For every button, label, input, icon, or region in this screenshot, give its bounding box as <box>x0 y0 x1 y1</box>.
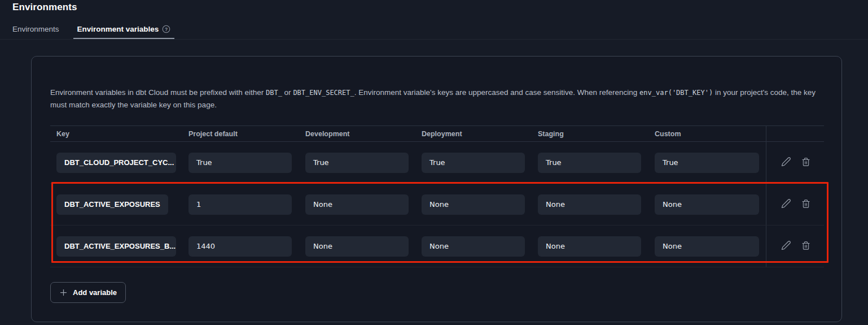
tab-bar: Environments Environment variables ? <box>12 24 868 39</box>
variable-value-cell: True <box>538 153 655 173</box>
edit-variable-button[interactable] <box>780 197 792 211</box>
edit-variable-button[interactable] <box>780 155 792 170</box>
variable-value-box: None <box>538 194 641 215</box>
pencil-icon <box>781 198 791 210</box>
trash-icon <box>801 199 810 210</box>
variable-value-box: True <box>538 153 641 173</box>
column-header-project-default: Project default <box>188 130 305 138</box>
variable-value-cell: None <box>305 236 422 257</box>
plus-icon <box>59 288 68 297</box>
variable-value-box: None <box>305 236 409 257</box>
delete-variable-button[interactable] <box>800 156 812 170</box>
description-text: Environment variables in dbt Cloud must … <box>50 88 266 97</box>
variable-value-box: True <box>305 153 409 173</box>
pencil-icon <box>781 157 791 168</box>
delete-variable-button[interactable] <box>800 198 812 211</box>
description-code-text: env_var('DBT_KEY') <box>639 89 713 97</box>
variable-row: DBT_CLOUD_PROJECT_CYC... TrueTrueTrueTru… <box>50 142 824 184</box>
variable-value-box: 1 <box>188 194 292 215</box>
variable-value-box: True <box>422 153 525 173</box>
variable-value-cell: True <box>655 153 766 173</box>
column-header-deployment: Deployment <box>422 130 538 138</box>
variable-value-box: None <box>305 194 409 215</box>
variable-value-box: None <box>538 236 641 257</box>
column-header-custom: Custom <box>655 130 766 138</box>
variable-key-cell: DBT_ACTIVE_EXPOSURES_B... <box>56 236 188 257</box>
variable-value-cell: None <box>655 236 766 257</box>
variable-value-cell: 1 <box>188 194 305 215</box>
variable-value-box: None <box>655 194 759 215</box>
edit-variable-button[interactable] <box>780 239 792 253</box>
variable-key-box: DBT_CLOUD_PROJECT_CYC... <box>56 153 176 173</box>
variable-row: DBT_ACTIVE_EXPOSURES 1NoneNoneNoneNone <box>50 184 824 226</box>
variable-value-box: None <box>655 236 759 257</box>
variable-value-box: None <box>422 236 525 257</box>
variable-value-box: 1440 <box>188 236 292 257</box>
column-header-staging: Staging <box>538 130 655 138</box>
pencil-icon <box>781 240 791 252</box>
question-mark-circle-icon[interactable]: ? <box>162 25 170 33</box>
description-text: . Environment variable's keys are upperc… <box>354 88 639 97</box>
variable-key-box: DBT_ACTIVE_EXPOSURES_B... <box>56 236 176 257</box>
trash-icon <box>801 241 810 252</box>
variable-value-box: None <box>422 194 525 215</box>
delete-variable-button[interactable] <box>800 240 812 253</box>
variable-value-box: True <box>655 153 759 173</box>
page-title: Environments <box>12 2 868 13</box>
description-text: or <box>282 88 293 97</box>
variable-value-cell: None <box>538 236 655 257</box>
variable-value-box: True <box>188 153 292 173</box>
tab-environment-variables-label: Environment variables <box>77 25 159 33</box>
variable-value-cell: True <box>305 153 422 173</box>
column-header-development: Development <box>305 130 422 138</box>
variable-key-box: DBT_ACTIVE_EXPOSURES <box>56 194 168 215</box>
variable-value-cell: None <box>538 194 655 215</box>
variable-value-cell: 1440 <box>188 236 305 257</box>
trash-icon <box>801 157 810 168</box>
variable-key-cell: DBT_CLOUD_PROJECT_CYC... <box>56 153 188 173</box>
description: Environment variables in dbt Cloud must … <box>50 86 823 111</box>
column-header-actions <box>766 126 825 141</box>
variable-value-cell: None <box>422 236 538 257</box>
variable-value-cell: True <box>188 153 305 173</box>
row-actions-cell <box>766 226 825 267</box>
row-actions-cell <box>766 184 825 225</box>
tab-environments[interactable]: Environments <box>12 25 59 39</box>
tabs-divider <box>0 39 868 40</box>
variable-value-cell: None <box>422 194 538 215</box>
svg-text:?: ? <box>165 27 168 32</box>
variable-value-cell: None <box>655 194 766 215</box>
tab-environment-variables[interactable]: Environment variables ? <box>73 25 175 39</box>
add-variable-label: Add variable <box>73 288 117 297</box>
variable-key-cell: DBT_ACTIVE_EXPOSURES <box>56 194 188 215</box>
environment-variables-table: KeyProject defaultDevelopmentDeploymentS… <box>50 125 824 267</box>
column-header-key: Key <box>56 130 188 138</box>
row-actions-cell <box>766 142 825 183</box>
environment-variables-panel: Environment variables in dbt Cloud must … <box>31 56 842 322</box>
description-code-text: DBT_ <box>266 89 282 97</box>
variable-value-cell: True <box>422 153 538 173</box>
variable-row: DBT_ACTIVE_EXPOSURES_B... 1440NoneNoneNo… <box>50 226 824 267</box>
table-header-row: KeyProject defaultDevelopmentDeploymentS… <box>50 125 824 142</box>
add-variable-button[interactable]: Add variable <box>50 282 126 303</box>
variable-value-cell: None <box>305 194 422 215</box>
description-code-text: DBT_ENV_SECRET_ <box>293 89 354 97</box>
table-body: DBT_CLOUD_PROJECT_CYC... TrueTrueTrueTru… <box>50 142 824 267</box>
